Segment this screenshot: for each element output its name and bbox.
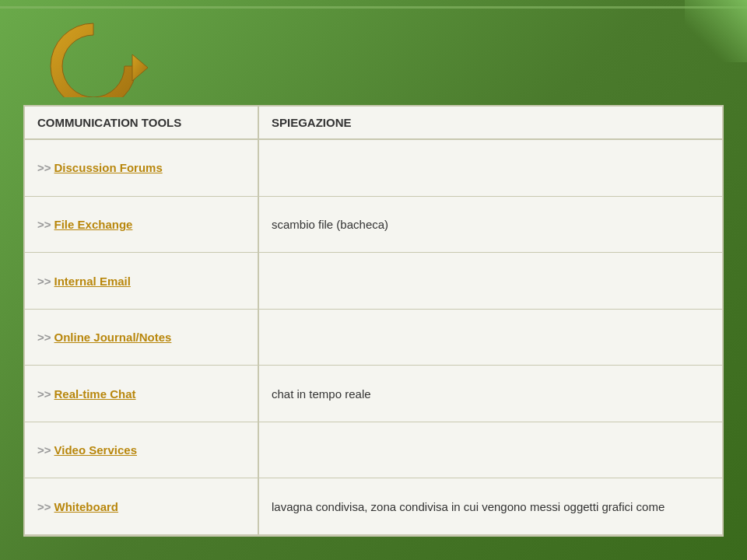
description-text-6: lavagna condivisa, zona condivisa in cui… xyxy=(272,500,665,513)
tool-link-6[interactable]: Whiteboard xyxy=(54,500,119,513)
row-prefix-6: >> xyxy=(37,500,51,513)
col-tools-header: COMMUNICATION TOOLS xyxy=(25,107,258,139)
description-cell-3 xyxy=(258,309,722,366)
tool-link-1[interactable]: File Exchange xyxy=(54,218,133,231)
description-text-4: chat in tempo reale xyxy=(272,387,371,401)
tools-table: COMMUNICATION TOOLS SPIEGAZIONE >>Discus… xyxy=(25,107,722,535)
col-description-header: SPIEGAZIONE xyxy=(258,107,722,139)
top-right-accent xyxy=(685,0,747,62)
tool-link-5[interactable]: Video Services xyxy=(54,443,137,457)
row-prefix-3: >> xyxy=(37,331,51,344)
tool-cell-3: >>Online Journal/Notes xyxy=(25,309,258,366)
logo-area xyxy=(23,8,163,101)
row-prefix-5: >> xyxy=(37,443,51,457)
row-prefix-2: >> xyxy=(37,275,51,288)
row-prefix-0: >> xyxy=(37,161,51,174)
tool-link-2[interactable]: Internal Email xyxy=(54,275,131,288)
description-text-1: scambio file (bacheca) xyxy=(272,218,388,231)
tool-cell-2: >>Internal Email xyxy=(25,253,258,310)
tool-cell-4: >>Real-time Chat xyxy=(25,366,258,422)
tool-cell-5: >>Video Services xyxy=(25,422,258,478)
row-prefix-4: >> xyxy=(37,387,51,401)
table-row: >>Online Journal/Notes xyxy=(25,309,722,366)
svg-marker-0 xyxy=(132,54,148,81)
table-header-row: COMMUNICATION TOOLS SPIEGAZIONE xyxy=(25,107,722,139)
tool-cell-6: >>Whiteboard xyxy=(25,478,258,535)
tool-cell-0: >>Discussion Forums xyxy=(25,139,258,196)
tool-link-3[interactable]: Online Journal/Notes xyxy=(54,331,172,344)
content-card: COMMUNICATION TOOLS SPIEGAZIONE >>Discus… xyxy=(23,105,724,537)
description-cell-0 xyxy=(258,139,722,196)
table-row: >>Discussion Forums xyxy=(25,139,722,196)
row-prefix-1: >> xyxy=(37,218,51,231)
table-row: >>Video Services xyxy=(25,422,722,478)
table-row: >>Internal Email xyxy=(25,253,722,310)
description-cell-5 xyxy=(258,422,722,478)
table-row: >>Real-time Chatchat in tempo reale xyxy=(25,366,722,422)
logo-arrow-icon xyxy=(35,12,152,97)
tool-link-4[interactable]: Real-time Chat xyxy=(54,387,136,401)
description-cell-6: lavagna condivisa, zona condivisa in cui… xyxy=(258,478,722,535)
tool-link-0[interactable]: Discussion Forums xyxy=(54,161,163,174)
description-cell-4: chat in tempo reale xyxy=(258,366,722,422)
description-cell-2 xyxy=(258,253,722,310)
description-cell-1: scambio file (bacheca) xyxy=(258,196,722,253)
table-row: >>File Exchangescambio file (bacheca) xyxy=(25,196,722,253)
tool-cell-1: >>File Exchange xyxy=(25,196,258,253)
table-row: >>Whiteboardlavagna condivisa, zona cond… xyxy=(25,478,722,535)
